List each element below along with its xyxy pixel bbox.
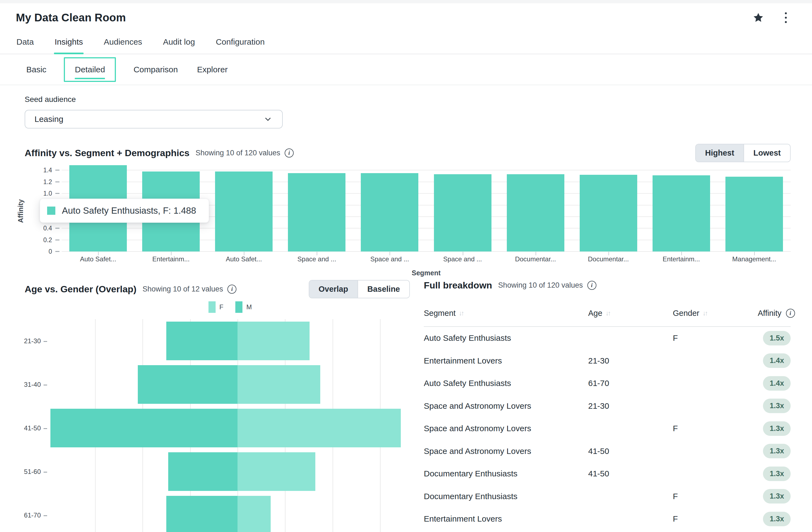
- favorite-star-icon[interactable]: [752, 11, 765, 24]
- breakdown-table-header: Segment↓↑Age↓↑Gender↓↑Affinityi: [424, 305, 791, 321]
- toggle-option-highest[interactable]: Highest: [696, 144, 743, 162]
- tab-insights[interactable]: Insights: [54, 33, 83, 54]
- y-tick-label: 1.2: [25, 178, 52, 185]
- subtab-comparison[interactable]: Comparison: [132, 65, 179, 74]
- tab-configuration[interactable]: Configuration: [215, 33, 265, 54]
- sort-arrows-icon[interactable]: ↓↑: [459, 309, 463, 317]
- toggle-option-overlap[interactable]: Overlap: [309, 281, 358, 298]
- affinity-badge: 1.3x: [763, 399, 791, 413]
- overlap-baseline-toggle: OverlapBaseline: [309, 280, 410, 298]
- toggle-option-lowest[interactable]: Lowest: [743, 144, 790, 162]
- age-row-51-60: 51-60: [55, 450, 405, 493]
- column-header-gender[interactable]: Gender↓↑: [673, 309, 758, 318]
- main-tabs: DataInsightsAudiencesAudit logConfigurat…: [0, 28, 812, 54]
- x-tick-mark: [536, 252, 536, 255]
- info-icon[interactable]: i: [588, 281, 596, 290]
- cell-age: 21-30: [588, 401, 673, 411]
- affinity-showing-count: Showing 10 of 120 values: [195, 149, 280, 157]
- cell-segment: Space and Astronomy Lovers: [424, 447, 588, 456]
- column-header-age[interactable]: Age↓↑: [588, 309, 673, 318]
- x-category-label: Management...: [718, 255, 791, 263]
- bar-f-41-50[interactable]: [237, 409, 401, 447]
- bar-f-31-40[interactable]: [237, 365, 320, 404]
- affinity-badge: 1.3x: [763, 466, 791, 481]
- seed-audience-label: Seed audience: [25, 95, 787, 104]
- column-header-affinity[interactable]: Affinityi: [758, 309, 795, 318]
- bar-m-31-40[interactable]: [138, 365, 237, 404]
- bar-f-21-30[interactable]: [237, 321, 309, 360]
- bar-slot: [645, 163, 718, 251]
- full-breakdown-panel: Full breakdown Showing 10 of 120 values …: [424, 280, 791, 532]
- table-row: Space and Astronomy Lovers41-501.3x: [424, 440, 791, 463]
- age-row-21-30: 21-30: [55, 319, 405, 363]
- table-row: Space and Astronomy LoversF1.3x: [424, 417, 791, 440]
- affinity-badge: 1.5x: [763, 331, 791, 345]
- x-tick-mark: [463, 252, 463, 255]
- x-category-label: Space and ...: [353, 255, 426, 263]
- bar-space-and-3[interactable]: [288, 173, 346, 251]
- info-icon[interactable]: i: [786, 309, 795, 318]
- chart-legend: FM: [55, 301, 405, 313]
- more-options-icon[interactable]: [779, 11, 792, 24]
- sort-arrows-icon[interactable]: ↓↑: [606, 309, 610, 317]
- age-axis-label: 41-50: [14, 425, 47, 432]
- cell-segment: Documentary Enthusiasts: [424, 492, 588, 501]
- info-icon[interactable]: i: [285, 148, 294, 158]
- table-row: Entertainment Lovers21-301.4x: [424, 349, 791, 372]
- table-row: Documentary Enthusiasts41-501.3x: [424, 462, 791, 485]
- age-axis-label: 31-40: [14, 381, 47, 388]
- cell-gender: F: [673, 333, 758, 343]
- bar-space-and-4[interactable]: [361, 173, 418, 251]
- column-header-segment[interactable]: Segment↓↑: [424, 309, 588, 318]
- age-row-31-40: 31-40: [55, 363, 405, 406]
- x-axis-label: Segment: [62, 269, 791, 277]
- x-category-label: Entertainm...: [645, 255, 718, 263]
- table-row: Auto Safety EnthusiastsF1.5x: [424, 327, 791, 349]
- bar-entertainm-8[interactable]: [653, 175, 710, 251]
- x-category-label: Entertainm...: [134, 255, 207, 263]
- bar-f-51-60[interactable]: [237, 452, 315, 491]
- age-row-61-70: 61-70: [55, 493, 405, 532]
- bar-f-61-70[interactable]: [237, 496, 271, 532]
- bar-space-and-5[interactable]: [434, 174, 492, 251]
- seed-audience-select[interactable]: Leasing: [25, 110, 283, 129]
- age-axis-label: 21-30: [14, 337, 47, 345]
- legend-item-m: M: [235, 301, 252, 313]
- toggle-option-baseline[interactable]: Baseline: [358, 281, 409, 298]
- bar-management-9[interactable]: [725, 177, 783, 251]
- subtab-detailed[interactable]: Detailed: [64, 57, 116, 82]
- tooltip-text: Auto Safety Enthusiasts, F: 1.488: [62, 205, 196, 216]
- y-tick-mark: [55, 181, 59, 182]
- x-tick-mark: [754, 252, 755, 255]
- bar-m-51-60[interactable]: [168, 452, 237, 491]
- bar-m-61-70[interactable]: [166, 496, 237, 532]
- subtab-explorer[interactable]: Explorer: [195, 65, 229, 74]
- legend-item-f: F: [208, 301, 223, 313]
- sort-arrows-icon[interactable]: ↓↑: [703, 309, 707, 317]
- bar-documentar-6[interactable]: [507, 174, 564, 251]
- column-header-label: Segment: [424, 309, 455, 318]
- y-tick-label: 0: [25, 248, 52, 255]
- tab-audiences[interactable]: Audiences: [103, 33, 143, 54]
- chevron-down-icon: [263, 114, 273, 124]
- y-tick-mark: [55, 251, 59, 252]
- y-tick-mark: [55, 170, 59, 171]
- table-row: Entertainment LoversF1.3x: [424, 508, 791, 530]
- tab-data[interactable]: Data: [16, 33, 34, 54]
- table-row: Management Consulting Industry Lovers31-…: [424, 530, 791, 532]
- bar-auto-safet-2[interactable]: [215, 172, 273, 251]
- x-tick-mark: [390, 252, 390, 255]
- bar-m-21-30[interactable]: [166, 321, 237, 360]
- affinity-badge: 1.3x: [763, 444, 791, 458]
- top-strip: [0, 0, 812, 3]
- age-axis-label: 51-60: [14, 468, 47, 476]
- bar-m-41-50[interactable]: [50, 409, 237, 447]
- subtab-basic[interactable]: Basic: [25, 65, 48, 74]
- tab-audit-log[interactable]: Audit log: [162, 33, 195, 54]
- bar-slot: [718, 163, 791, 251]
- header-actions: [752, 11, 796, 24]
- table-row: Auto Safety Enthusiasts61-701.4x: [424, 372, 791, 395]
- info-icon[interactable]: i: [227, 285, 236, 294]
- bar-documentar-7[interactable]: [580, 175, 637, 251]
- cell-gender: F: [673, 492, 758, 501]
